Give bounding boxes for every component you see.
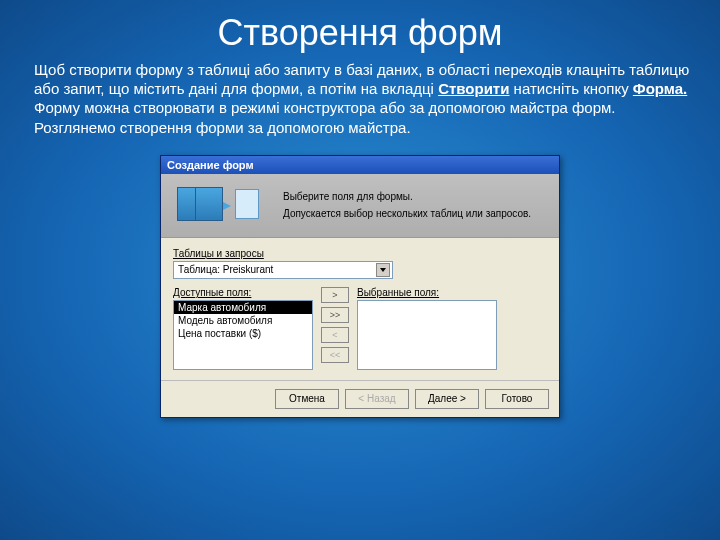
list-item[interactable]: Модель автомобиля (174, 314, 312, 327)
chevron-down-icon[interactable] (376, 263, 390, 277)
back-button[interactable]: < Назад (345, 389, 409, 409)
tables-combo[interactable]: Таблица: Preiskurant (173, 261, 393, 279)
remove-button[interactable]: < (321, 327, 349, 343)
word-form: Форма. (633, 80, 687, 97)
finish-button[interactable]: Готово (485, 389, 549, 409)
banner-line2: Допускается выбор нескольких таблиц или … (283, 208, 547, 219)
selected-fields-list[interactable] (357, 300, 497, 370)
para-mid: натисніть кнопку (509, 80, 632, 97)
tables-label: Таблицы и запросы (173, 248, 547, 259)
dialog-titlebar: Создание форм (161, 156, 559, 174)
available-fields-list[interactable]: Марка автомобиля Модель автомобиля Цена … (173, 300, 313, 370)
cancel-button[interactable]: Отмена (275, 389, 339, 409)
add-all-button[interactable]: >> (321, 307, 349, 323)
dialog-banner: Выберите поля для формы. Допускается выб… (161, 174, 559, 238)
list-item[interactable]: Марка автомобиля (174, 301, 312, 314)
combo-value: Таблица: Preiskurant (178, 264, 273, 275)
banner-line1: Выберите поля для формы. (283, 191, 547, 202)
dialog-footer: Отмена < Назад Далее > Готово (161, 380, 559, 417)
banner-text: Выберите поля для формы. Допускается выб… (283, 191, 547, 219)
wizard-dialog: Создание форм Выберите поля для формы. Д… (160, 155, 560, 418)
next-button[interactable]: Далее > (415, 389, 479, 409)
selected-label: Выбранные поля: (357, 287, 497, 298)
available-label: Доступные поля: (173, 287, 313, 298)
para-post: Форму можна створювати в режимі конструк… (34, 99, 616, 135)
list-item[interactable]: Цена поставки ($) (174, 327, 312, 340)
word-create: Створити (438, 80, 509, 97)
add-button[interactable]: > (321, 287, 349, 303)
move-buttons: > >> < << (321, 287, 349, 363)
slide-paragraph: Щоб створити форму з таблиці або запиту … (0, 60, 720, 147)
slide-title: Створення форм (0, 0, 720, 60)
dialog-content: Таблицы и запросы Таблица: Preiskurant Д… (161, 238, 559, 380)
wizard-graphic-icon (173, 181, 265, 229)
remove-all-button[interactable]: << (321, 347, 349, 363)
